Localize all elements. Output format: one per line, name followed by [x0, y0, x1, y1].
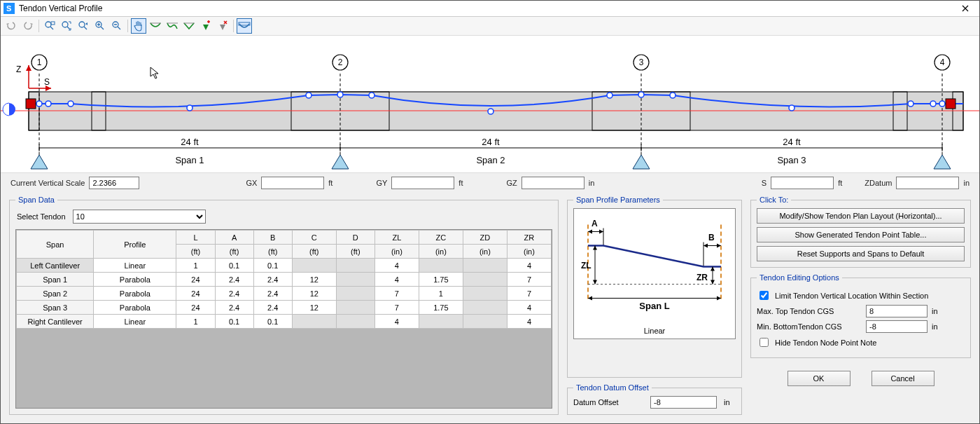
cell-L[interactable]: 24 [176, 287, 215, 301]
cell-L[interactable]: 24 [176, 273, 215, 287]
cell-C[interactable]: 12 [292, 273, 336, 287]
cell-L[interactable]: 24 [176, 301, 215, 315]
cell-profile[interactable]: Linear [94, 259, 176, 273]
modify-plan-button[interactable]: Modify/Show Tendon Plan Layout (Horizont… [757, 208, 965, 224]
tendon-section-view-icon[interactable] [237, 18, 252, 34]
table-row[interactable]: Span 2Parabola242.42.412717 [17, 287, 552, 301]
cell-ZL[interactable]: 4 [374, 259, 419, 273]
cell-ZC[interactable]: 1 [419, 287, 463, 301]
min-cgs-input[interactable] [866, 320, 927, 333]
zoom-previous-icon[interactable] [76, 18, 91, 34]
gz-input[interactable] [522, 177, 584, 189]
cell-profile[interactable]: Parabola [94, 273, 176, 287]
cell-ZL[interactable]: 7 [374, 287, 419, 301]
span-table[interactable]: Span Profile L A B C D ZL ZC ZD ZR [16, 230, 552, 329]
cell-span[interactable]: Span 3 [17, 301, 94, 315]
limit-checkbox[interactable] [760, 291, 769, 300]
cell-ZC[interactable]: 1.75 [419, 301, 463, 315]
cell-ZD[interactable] [463, 259, 507, 273]
cell-B[interactable]: 0.1 [253, 315, 292, 329]
table-row[interactable]: Span 1Parabola242.42.41241.757 [17, 273, 552, 287]
datum-input[interactable] [650, 396, 717, 409]
show-point-table-button[interactable]: Show Generated Tendon Point Table... [757, 227, 965, 242]
cancel-button[interactable]: Cancel [872, 371, 934, 386]
s-input[interactable] [771, 177, 834, 189]
limit-checkbox-row[interactable]: Limit Tendon Vertical Location Within Se… [757, 289, 965, 302]
cell-ZR[interactable]: 4 [507, 301, 551, 315]
cell-ZD[interactable] [463, 315, 507, 329]
scale-input[interactable] [89, 177, 139, 189]
cell-span[interactable]: Right Cantilever [17, 315, 94, 329]
table-row[interactable]: Left CantileverLinear10.10.144 [17, 259, 552, 273]
cell-B[interactable]: 2.4 [253, 287, 292, 301]
hdr-D2: (ft) [336, 245, 374, 259]
cell-A[interactable]: 0.1 [215, 259, 253, 273]
cell-profile[interactable]: Linear [94, 315, 176, 329]
profile-canvas[interactable]: Z S 1 2 [1, 36, 979, 173]
zoom-extents-icon[interactable] [59, 18, 74, 34]
cell-ZR[interactable]: 7 [507, 287, 551, 301]
cell-ZR[interactable]: 7 [507, 273, 551, 287]
cell-L[interactable]: 1 [176, 259, 215, 273]
hide-note-checkbox[interactable] [760, 338, 769, 347]
cell-A[interactable]: 2.4 [215, 287, 253, 301]
cell-B[interactable]: 2.4 [253, 301, 292, 315]
select-tendon[interactable]: 10 [73, 210, 206, 224]
tendon-add-point-icon[interactable] [198, 18, 214, 34]
cell-span[interactable]: Span 2 [17, 287, 94, 301]
max-cgs-label: Max. Top Tendon CGS [757, 307, 862, 315]
cell-ZR[interactable]: 4 [507, 259, 551, 273]
cell-ZC[interactable] [419, 259, 463, 273]
zoom-in-icon[interactable] [92, 18, 108, 34]
cell-D[interactable] [336, 273, 374, 287]
reset-supports-button[interactable]: Reset Supports and Spans to Default [757, 246, 965, 261]
svg-point-1 [46, 22, 51, 27]
cell-span[interactable]: Span 1 [17, 273, 94, 287]
cell-ZD[interactable] [463, 273, 507, 287]
cell-profile[interactable]: Parabola [94, 301, 176, 315]
svg-rect-42 [946, 99, 955, 109]
cell-ZL[interactable]: 7 [374, 301, 419, 315]
cell-A[interactable]: 2.4 [215, 301, 253, 315]
cell-ZL[interactable]: 4 [374, 273, 419, 287]
cell-A[interactable]: 0.1 [215, 315, 253, 329]
cell-ZD[interactable] [463, 301, 507, 315]
redo-icon[interactable] [20, 18, 36, 34]
cell-D[interactable] [336, 301, 374, 315]
cell-profile[interactable]: Parabola [94, 287, 176, 301]
zoom-out-icon[interactable] [109, 18, 125, 34]
cell-ZC[interactable]: 1.75 [419, 273, 463, 287]
ok-button[interactable]: OK [788, 371, 850, 386]
table-row[interactable]: Span 3Parabola242.42.41271.754 [17, 301, 552, 315]
undo-icon[interactable] [4, 18, 19, 34]
cell-B[interactable]: 0.1 [253, 259, 292, 273]
cell-ZR[interactable]: 4 [507, 315, 551, 329]
gx-input[interactable] [261, 177, 324, 189]
close-button[interactable] [951, 1, 979, 16]
cell-C[interactable]: 12 [292, 287, 336, 301]
cell-span[interactable]: Left Cantilever [17, 259, 94, 273]
zdatum-input[interactable] [896, 177, 959, 189]
tendon-profile-parabola-icon[interactable] [148, 18, 163, 34]
tendon-profile-harped-icon[interactable] [181, 18, 197, 34]
cell-ZD[interactable] [463, 287, 507, 301]
tendon-delete-point-icon[interactable] [215, 18, 230, 34]
zoom-window-icon[interactable] [42, 18, 57, 34]
cell-D[interactable] [336, 315, 374, 329]
table-row[interactable]: Right CantileverLinear10.10.144 [17, 315, 552, 329]
max-cgs-input[interactable] [866, 305, 927, 317]
cell-D[interactable] [336, 287, 374, 301]
cell-C[interactable] [292, 315, 336, 329]
cell-D[interactable] [336, 259, 374, 273]
cell-A[interactable]: 2.4 [215, 273, 253, 287]
cell-ZL[interactable]: 4 [374, 315, 419, 329]
hide-note-checkbox-row[interactable]: Hide Tendon Node Point Note [757, 336, 965, 349]
cell-C[interactable] [292, 259, 336, 273]
cell-L[interactable]: 1 [176, 315, 215, 329]
gy-input[interactable] [391, 177, 454, 189]
cell-ZC[interactable] [419, 315, 463, 329]
pan-icon[interactable] [131, 18, 146, 34]
cell-B[interactable]: 2.4 [253, 273, 292, 287]
cell-C[interactable]: 12 [292, 301, 336, 315]
tendon-profile-reverse-icon[interactable] [164, 18, 180, 34]
